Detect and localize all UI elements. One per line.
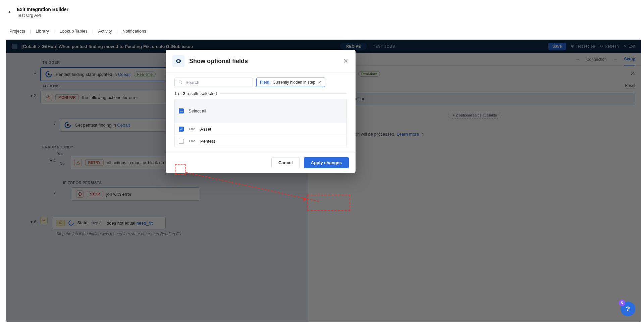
optional-fields-modal: Show optional fields ✕ Search Field: Cur… [166, 50, 356, 173]
main-nav: Projects| Library| Lookup Tables| Activi… [0, 24, 644, 38]
filter-chip[interactable]: Field: Currently hidden in step ✕ [256, 78, 325, 87]
modal-close-button[interactable]: ✕ [342, 58, 349, 64]
nav-lookup[interactable]: Lookup Tables [60, 29, 88, 34]
notification-badge: 5 [619, 299, 625, 306]
field-label: Pentest [200, 139, 215, 144]
eye-icon [172, 55, 184, 67]
exit-label: Exit Integration Builder [17, 7, 68, 12]
app-header: Exit Integration Builder Test Org API [0, 0, 644, 24]
field-row-asset[interactable]: ABC Asset [175, 123, 346, 135]
search-icon [178, 80, 183, 85]
apply-changes-button[interactable]: Apply changes [304, 157, 349, 168]
exit-builder-link[interactable]: Exit Integration Builder Test Org API [7, 7, 68, 18]
clear-filter-icon[interactable]: ✕ [318, 80, 322, 85]
arrow-left-icon [7, 9, 12, 15]
svg-point-9 [178, 60, 179, 61]
field-list: Select all ABC Asset ABC Pentest [174, 99, 347, 147]
field-label: Asset [200, 127, 211, 132]
select-all-row[interactable]: Select all [175, 99, 346, 123]
svg-point-10 [179, 81, 181, 83]
nav-activity[interactable]: Activity [98, 29, 112, 34]
org-name: Test Org API [17, 13, 68, 18]
cancel-button[interactable]: Cancel [271, 157, 300, 168]
field-row-pentest[interactable]: ABC Pentest [175, 135, 346, 147]
checkbox-indeterminate[interactable] [179, 108, 184, 113]
nav-projects[interactable]: Projects [9, 29, 25, 34]
modal-title: Show optional fields [189, 58, 248, 65]
search-input[interactable]: Search [174, 78, 253, 87]
help-button[interactable]: ? 5 [621, 301, 635, 316]
checkbox-asset[interactable] [179, 127, 184, 132]
results-count: 1 of 2 results selected [166, 89, 356, 99]
type-abc-icon: ABC [189, 128, 196, 131]
nav-library[interactable]: Library [36, 29, 49, 34]
header-titles: Exit Integration Builder Test Org API [17, 7, 68, 18]
checkbox-pentest[interactable] [179, 139, 184, 144]
nav-notifications[interactable]: Notifications [122, 29, 146, 34]
type-abc-icon: ABC [189, 140, 196, 143]
